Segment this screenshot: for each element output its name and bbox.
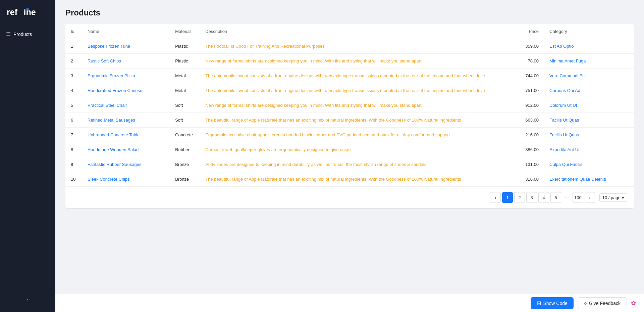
table-row: 10 Sleek Concrete Chips Bronze The beaut…	[65, 172, 634, 187]
cell-id: 4	[65, 83, 82, 98]
pagination-page-3[interactable]: 3	[526, 192, 537, 203]
pagination-page-4[interactable]: 4	[538, 192, 549, 203]
cell-description: The beautiful range of Apple Naturalé th…	[200, 172, 514, 187]
bottom-bar: ⊞ Show Code ○ Give Feedback ✿	[55, 294, 644, 312]
message-icon: ○	[584, 300, 587, 306]
table-row: 2 Rustic Soft Chips Plastic New range of…	[65, 54, 634, 69]
table-row: 6 Refined Metal Sausages Soft The beauti…	[65, 113, 634, 128]
code-icon: ⊞	[537, 300, 541, 306]
cell-description: Andy shoes are designed to keeping in mi…	[200, 157, 514, 172]
col-header-material: Material	[170, 24, 200, 39]
per-page-selector[interactable]: 10 / page ▾	[599, 193, 627, 202]
cell-category[interactable]: Facilis Ut Quas	[544, 113, 634, 128]
table-row: 1 Bespoke Frozen Tuna Plastic The Footba…	[65, 39, 634, 54]
cell-material: Metal	[170, 83, 200, 98]
cell-material: Bronze	[170, 157, 200, 172]
sidebar-nav: ☰ Products	[0, 24, 55, 44]
cell-description: The automobile layout consists of a fron…	[200, 83, 514, 98]
cell-description: The automobile layout consists of a fron…	[200, 69, 514, 83]
pagination-page-5[interactable]: 5	[550, 192, 561, 203]
cell-id: 3	[65, 69, 82, 83]
svg-text:ine: ine	[23, 7, 36, 17]
cell-name[interactable]: Handcrafted Frozen Cheese	[82, 83, 170, 98]
cell-material: Plastic	[170, 39, 200, 54]
pagination-prev-button[interactable]: ‹	[490, 192, 501, 203]
cell-category[interactable]: Minima Amet Fuga	[544, 54, 634, 69]
cell-description: Ergonomic executive chair upholstered in…	[200, 128, 514, 142]
cell-material: Soft	[170, 98, 200, 113]
cell-material: Rubber	[170, 142, 200, 157]
logo-svg: ref ine	[7, 6, 37, 18]
cell-description: New range of formal shirts are designed …	[200, 54, 514, 69]
page-title: Products	[65, 8, 634, 17]
sidebar-item-products[interactable]: ☰ Products	[0, 28, 55, 41]
cell-description: Carbonite web goalkeeper gloves are ergo…	[200, 142, 514, 157]
cell-name[interactable]: Refined Metal Sausages	[82, 113, 170, 128]
cell-price: 744.00	[514, 69, 544, 83]
cell-price: 912.00	[514, 98, 544, 113]
cell-category[interactable]: Est Ab Optio	[544, 39, 634, 54]
pagination-last-page[interactable]: 100	[573, 192, 583, 203]
cell-price: 78.00	[514, 54, 544, 69]
give-feedback-button[interactable]: ○ Give Feedback	[578, 297, 627, 309]
svg-text:ref: ref	[7, 7, 18, 17]
cell-id: 9	[65, 157, 82, 172]
cell-id: 2	[65, 54, 82, 69]
cell-material: Metal	[170, 69, 200, 83]
chevron-left-icon: ‹	[27, 297, 29, 302]
cell-price: 386.00	[514, 142, 544, 157]
pagination-dots: ···	[562, 195, 571, 200]
products-table-container: Id Name Material Description Price Categ…	[65, 24, 634, 208]
cell-category[interactable]: Facilis Ut Quas	[544, 128, 634, 142]
sidebar-collapse-button[interactable]: ‹	[0, 293, 55, 305]
cell-name[interactable]: Handmade Wooden Salad	[82, 142, 170, 157]
cell-price: 131.00	[514, 157, 544, 172]
table-body: 1 Bespoke Frozen Tuna Plastic The Footba…	[65, 39, 634, 187]
cell-price: 359.00	[514, 39, 544, 54]
cell-name[interactable]: Sleek Concrete Chips	[82, 172, 170, 187]
cell-category[interactable]: Culpa Qui Facilis	[544, 157, 634, 172]
main-content: Products Id Name Material Description Pr…	[55, 0, 644, 312]
table-header: Id Name Material Description Price Categ…	[65, 24, 634, 39]
cell-name[interactable]: Unbranded Concrete Table	[82, 128, 170, 142]
cell-id: 5	[65, 98, 82, 113]
pagination-page-2[interactable]: 2	[514, 192, 525, 203]
cell-price: 663.00	[514, 113, 544, 128]
cell-id: 1	[65, 39, 82, 54]
col-header-description: Description	[200, 24, 514, 39]
cell-name[interactable]: Practical Steel Chair	[82, 98, 170, 113]
table-row: 4 Handcrafted Frozen Cheese Metal The au…	[65, 83, 634, 98]
cell-name[interactable]: Bespoke Frozen Tuna	[82, 39, 170, 54]
cell-category[interactable]: Expedita Aut Ut	[544, 142, 634, 157]
pagination-next-button[interactable]: ›	[585, 192, 595, 203]
show-code-button[interactable]: ⊞ Show Code	[531, 297, 573, 309]
cell-material: Bronze	[170, 172, 200, 187]
products-table: Id Name Material Description Price Categ…	[65, 24, 634, 186]
table-row: 7 Unbranded Concrete Table Concrete Ergo…	[65, 128, 634, 142]
cell-material: Plastic	[170, 54, 200, 69]
cell-description: The Football Is Good For Training And Re…	[200, 39, 514, 54]
cell-category[interactable]: Dolorum Ut Ut	[544, 98, 634, 113]
star-icon[interactable]: ✿	[631, 300, 636, 307]
cell-id: 7	[65, 128, 82, 142]
cell-name[interactable]: Fantastic Rubber Sausages	[82, 157, 170, 172]
logo: ref ine	[0, 0, 55, 24]
pagination-page-1[interactable]: 1	[502, 192, 513, 203]
cell-name[interactable]: Ergonomic Frozen Pizza	[82, 69, 170, 83]
table-row: 3 Ergonomic Frozen Pizza Metal The autom…	[65, 69, 634, 83]
table-header-row: Id Name Material Description Price Categ…	[65, 24, 634, 39]
sidebar-item-products-label: Products	[13, 32, 32, 37]
pagination: ‹ 1 2 3 4 5 ··· 100 › 10 / page ▾	[65, 186, 634, 208]
cell-category[interactable]: Vero Commodi Est	[544, 69, 634, 83]
cell-material: Concrete	[170, 128, 200, 142]
cell-category[interactable]: Exercitationem Quae Deleniti	[544, 172, 634, 187]
table-row: 5 Practical Steel Chair Soft New range o…	[65, 98, 634, 113]
chevron-down-icon: ▾	[622, 195, 624, 200]
sidebar: ref ine ☰ Products ‹	[0, 0, 55, 312]
cell-category[interactable]: Corporis Qui Ad	[544, 83, 634, 98]
col-header-price: Price	[514, 24, 544, 39]
col-header-category: Category	[544, 24, 634, 39]
cell-material: Soft	[170, 113, 200, 128]
cell-name[interactable]: Rustic Soft Chips	[82, 54, 170, 69]
give-feedback-label: Give Feedback	[589, 301, 621, 306]
